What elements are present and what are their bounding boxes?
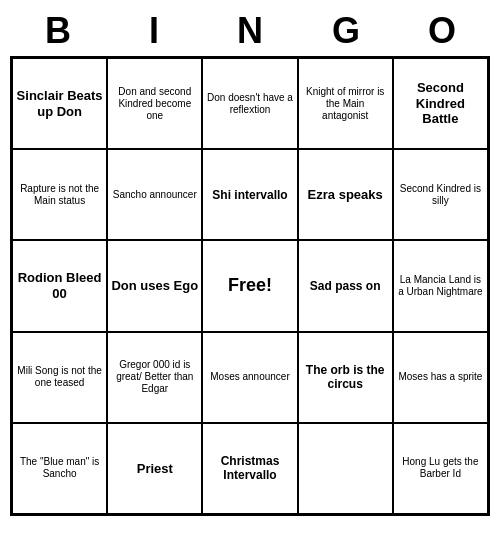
cell-2-4[interactable]: La Mancia Land is a Urban Nightmare [393, 240, 488, 331]
cell-4-3[interactable] [298, 423, 393, 514]
bingo-header: B I N G O [10, 10, 490, 52]
cell-4-1[interactable]: Priest [107, 423, 202, 514]
cell-0-4[interactable]: Second Kindred Battle [393, 58, 488, 149]
bingo-grid: Sinclair Beats up DonDon and second Kind… [10, 56, 490, 516]
cell-0-2[interactable]: Don doesn't have a reflextion [202, 58, 297, 149]
cell-0-0[interactable]: Sinclair Beats up Don [12, 58, 107, 149]
cell-2-2[interactable]: Free! [202, 240, 297, 331]
cell-3-3[interactable]: The orb is the circus [298, 332, 393, 423]
letter-o: O [398, 10, 486, 52]
cell-2-3[interactable]: Sad pass on [298, 240, 393, 331]
letter-i: I [110, 10, 198, 52]
cell-3-2[interactable]: Moses announcer [202, 332, 297, 423]
cell-2-1[interactable]: Don uses Ego [107, 240, 202, 331]
cell-1-3[interactable]: Ezra speaks [298, 149, 393, 240]
cell-0-1[interactable]: Don and second Kindred become one [107, 58, 202, 149]
cell-1-1[interactable]: Sancho announcer [107, 149, 202, 240]
cell-1-0[interactable]: Rapture is not the Main status [12, 149, 107, 240]
cell-4-4[interactable]: Hong Lu gets the Barber Id [393, 423, 488, 514]
cell-4-0[interactable]: The "Blue man" is Sancho [12, 423, 107, 514]
cell-3-4[interactable]: Moses has a sprite [393, 332, 488, 423]
cell-3-0[interactable]: Mili Song is not the one teased [12, 332, 107, 423]
cell-1-2[interactable]: Shi intervallo [202, 149, 297, 240]
cell-4-2[interactable]: Christmas Intervallo [202, 423, 297, 514]
letter-g: G [302, 10, 390, 52]
letter-b: B [14, 10, 102, 52]
letter-n: N [206, 10, 294, 52]
cell-3-1[interactable]: Gregor 000 id is great/ Better than Edga… [107, 332, 202, 423]
cell-1-4[interactable]: Second Kindred is silly [393, 149, 488, 240]
cell-2-0[interactable]: Rodion Bleed 00 [12, 240, 107, 331]
cell-0-3[interactable]: Knight of mirror is the Main antagonist [298, 58, 393, 149]
